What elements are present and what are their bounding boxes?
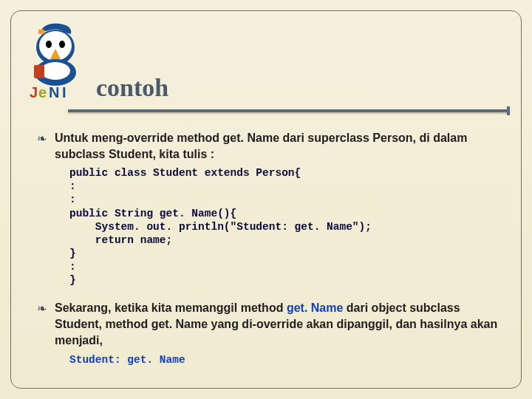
bullet-text: Untuk meng-override method get. Name dar… — [55, 130, 502, 162]
svg-point-3 — [59, 41, 65, 48]
bullet-item: ❧ Untuk meng-override method get. Name d… — [37, 130, 502, 162]
slide-content: ❧ Untuk meng-override method get. Name d… — [37, 130, 502, 366]
svg-text:J: J — [30, 84, 38, 100]
jeni-logo: J e N I — [22, 18, 89, 106]
bullet-glyph-icon: ❧ — [37, 300, 55, 316]
code-block: public class Student extends Person{ : :… — [69, 166, 502, 287]
bullet-text-highlight: get. Name — [287, 301, 347, 314]
bullet-text: Sekarang, ketika kita memanggil method g… — [55, 300, 502, 348]
svg-text:I: I — [62, 84, 66, 100]
svg-point-2 — [46, 41, 52, 48]
title-underline — [68, 109, 510, 112]
bullet-glyph-icon: ❧ — [37, 130, 55, 146]
svg-rect-5 — [38, 30, 44, 34]
bullet-item: ❧ Sekarang, ketika kita memanggil method… — [37, 300, 502, 348]
output-block: Student: get. Name — [69, 354, 502, 366]
bullet-text-prefix: Sekarang, ketika kita memanggil method — [55, 301, 287, 314]
svg-text:e: e — [38, 84, 47, 100]
slide-title: contoh — [96, 74, 168, 102]
svg-text:N: N — [49, 84, 59, 100]
svg-rect-8 — [34, 65, 44, 78]
svg-point-7 — [41, 62, 70, 80]
